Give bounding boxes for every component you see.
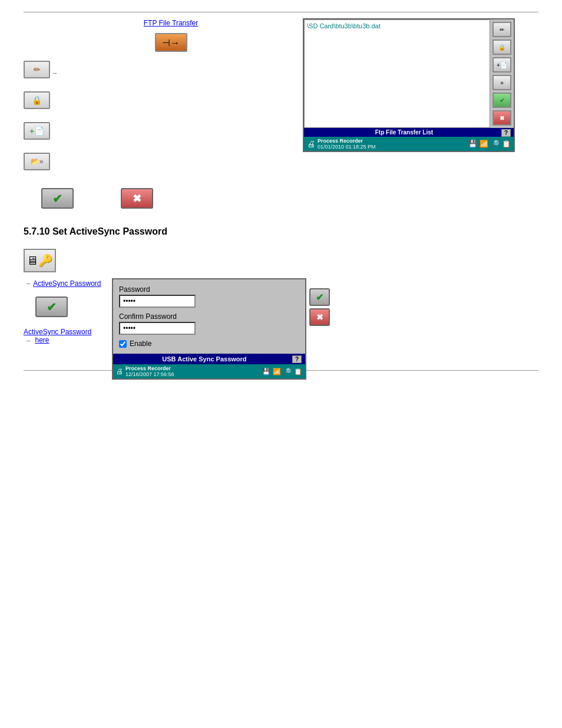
as-dialog-title-bar: USB Active Sync Password ?	[113, 354, 305, 364]
as-check-icon: ✔	[47, 300, 57, 314]
as-taskbar-icon-1: 💾	[262, 368, 270, 375]
as-dialog-confirm-btn[interactable]: ✔	[309, 288, 330, 306]
ftp-title-text: Ftp File Transfer List	[375, 129, 433, 136]
as-status-info: Process Recorder 12/16/2007 17:56:56	[125, 365, 262, 377]
pencil-icon: ✏	[34, 65, 41, 74]
ftp-top-link[interactable]: FTP File Transfer	[144, 19, 198, 27]
ftp-sidebar-arrow-btn[interactable]: »	[492, 75, 511, 90]
as-confirm-password-input[interactable]	[119, 322, 196, 335]
ftp-cancel-btn[interactable]: ✖	[121, 188, 153, 209]
ftp-taskbar-icon-4: 📋	[502, 140, 511, 148]
sidebar-x-icon: ✖	[500, 115, 504, 121]
ftp-taskbar-icon-1: 💾	[468, 140, 477, 148]
ftp-icon-row-arrow: 📂»	[24, 153, 318, 176]
as-taskbar-icons: 💾 📶 🔎 📋	[262, 368, 302, 375]
ftp-status-bar: 🖨 Process Recorder 01/01/2010 01:18:25 P…	[304, 137, 514, 151]
sidebar-pencil-icon: ✏	[500, 27, 504, 33]
as-top-link[interactable]: ActiveSync Password	[33, 279, 101, 288]
ftp-confirm-btn[interactable]: ✔	[41, 188, 74, 209]
page-container: FTP File Transfer ⊣→ ✏ – 🔒	[0, 0, 562, 728]
as-bottom-dash: –	[27, 337, 30, 344]
arrow-icon: 📂»	[31, 157, 44, 166]
lock-icon: 🔒	[32, 95, 42, 105]
ftp-lock-btn[interactable]: 🔒	[24, 91, 50, 109]
as-enable-checkbox[interactable]	[119, 340, 127, 348]
ftp-add-btn[interactable]: +📄	[24, 122, 50, 140]
ftp-pencil-btn[interactable]: ✏	[24, 61, 50, 78]
ftp-dialog-title-bar: Ftp File Transfer List ?	[304, 128, 514, 137]
as-title-text: USB Active Sync Password	[162, 355, 246, 363]
ftp-section: FTP File Transfer ⊣→ ✏ – 🔒	[24, 18, 538, 209]
ftp-status-icon: 🖨	[307, 139, 315, 149]
as-password-input[interactable]	[119, 295, 196, 308]
ftp-app-name: Process Recorder	[318, 138, 468, 144]
as-password-field-group: Password	[119, 285, 299, 312]
ftp-file-path: \SD Card\btu3b\btu3b.dat	[307, 22, 487, 29]
as-app-name: Process Recorder	[125, 365, 262, 371]
pencil-dash: –	[53, 69, 57, 76]
as-dash: –	[27, 279, 30, 286]
as-dialog-x-icon: ✖	[316, 312, 323, 322]
ftp-taskbar-icon-3: 🔎	[491, 140, 500, 148]
as-dialog-check-icon: ✔	[316, 292, 323, 303]
as-password-label: Password	[119, 285, 299, 294]
as-taskbar-icon-3: 🔎	[283, 368, 292, 375]
ftp-help-btn[interactable]: ?	[501, 129, 511, 137]
ftp-icon-row-lock: 🔒	[24, 91, 318, 115]
connect-icon-symbol: ⊣→	[162, 37, 180, 48]
activesync-icon[interactable]: 🖥🔑	[24, 249, 56, 272]
ftp-sidebar-buttons: ✏ 🔒 +📄 » ✔	[490, 19, 514, 128]
ftp-sidebar-pencil-btn[interactable]: ✏	[492, 22, 511, 37]
ftp-sidebar-add-btn[interactable]: +📄	[492, 57, 511, 73]
activesync-icon-symbol: 🖥🔑	[27, 253, 53, 268]
as-bottom-link2[interactable]: here	[35, 336, 49, 344]
check-icon: ✔	[52, 192, 62, 206]
ftp-datetime: 01/01/2010 01:18:25 PM	[318, 144, 468, 150]
sidebar-lock-icon: 🔒	[498, 44, 505, 51]
activesync-heading: 5.7.10 Set ActiveSync Password	[24, 226, 538, 237]
ftp-icon-row-pencil: ✏ –	[24, 61, 318, 84]
ftp-arrow-btn[interactable]: 📂»	[24, 153, 50, 170]
sidebar-check-icon: ✔	[500, 97, 504, 104]
as-confirm-btn[interactable]: ✔	[35, 297, 68, 317]
as-dialog-side-buttons: ✔ ✖	[309, 288, 330, 326]
as-confirm-password-field-group: Confirm Password	[119, 312, 299, 340]
as-datetime: 12/16/2007 17:56:56	[125, 371, 262, 377]
activesync-section: 5.7.10 Set ActiveSync Password 🖥🔑 – Acti…	[24, 226, 538, 358]
as-enable-row: Enable	[119, 340, 299, 348]
x-icon: ✖	[133, 192, 141, 205]
top-rule	[24, 12, 538, 12]
ftp-dialog: \SD Card\btu3b\btu3b.dat ✏ 🔒 +📄	[303, 18, 515, 152]
ftp-sidebar-cancel-btn[interactable]: ✖	[492, 110, 511, 126]
as-taskbar-icon-4: 📋	[294, 368, 302, 375]
ftp-connect-icon[interactable]: ⊣→	[155, 33, 187, 52]
ftp-action-buttons: ✔ ✖	[41, 188, 318, 209]
ftp-taskbar-icons: 💾 📶 🔎 📋	[468, 140, 511, 148]
ftp-icon-row-add: +📄	[24, 122, 318, 146]
ftp-dialog-inner: \SD Card\btu3b\btu3b.dat ✏ 🔒 +📄	[304, 19, 514, 128]
ftp-sidebar-lock-btn[interactable]: 🔒	[492, 39, 511, 55]
ftp-file-listbox[interactable]: \SD Card\btu3b\btu3b.dat	[304, 19, 490, 128]
as-status-icon: 🖨	[116, 367, 123, 375]
as-enable-label: Enable	[130, 340, 151, 348]
as-help-btn[interactable]: ?	[292, 355, 302, 363]
as-bottom-link1[interactable]: ActiveSync Password	[24, 328, 91, 336]
add-file-icon: +📄	[29, 126, 44, 136]
sidebar-arrow-icon: »	[500, 80, 504, 86]
as-dialog-cancel-btn[interactable]: ✖	[309, 308, 330, 326]
as-confirm-password-label: Confirm Password	[119, 312, 299, 321]
ftp-status-info: Process Recorder 01/01/2010 01:18:25 PM	[318, 138, 468, 150]
as-status-bar: 🖨 Process Recorder 12/16/2007 17:56:56 💾…	[113, 364, 305, 378]
sidebar-add-icon: +📄	[497, 62, 507, 68]
ftp-left-column: FTP File Transfer ⊣→ ✏ – 🔒	[24, 18, 318, 209]
ftp-top-link-area: FTP File Transfer	[24, 18, 318, 27]
as-dialog: Password Confirm Password Enable	[112, 278, 306, 380]
ftp-taskbar-icon-2: 📶	[480, 140, 488, 148]
ftp-sidebar-confirm-btn[interactable]: ✔	[492, 93, 511, 108]
activesync-content: 🖥🔑 – ActiveSync Password ✔ ✖	[24, 249, 538, 344]
as-dialog-body: Password Confirm Password Enable	[113, 279, 305, 354]
as-taskbar-icon-2: 📶	[273, 368, 281, 375]
ftp-connect-icon-area: ⊣→	[24, 33, 318, 52]
